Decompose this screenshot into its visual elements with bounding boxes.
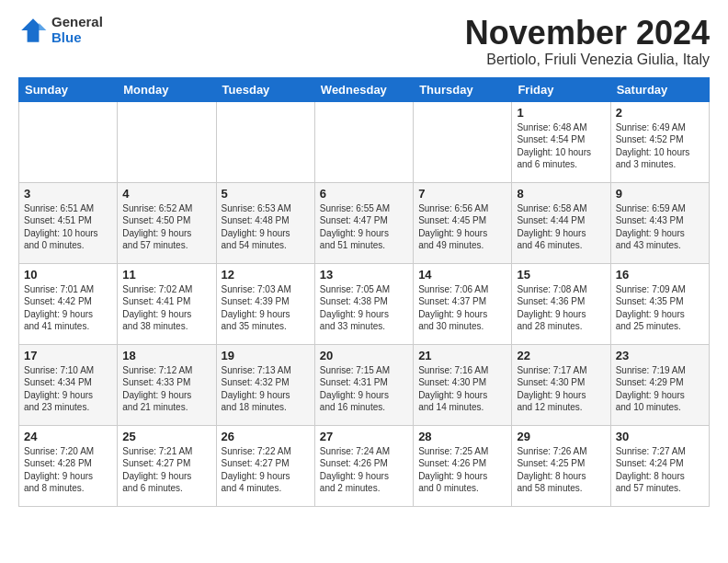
day-info: Sunrise: 6:49 AM Sunset: 4:52 PM Dayligh… <box>616 121 704 171</box>
day-info: Sunrise: 6:59 AM Sunset: 4:43 PM Dayligh… <box>616 202 704 252</box>
day-number: 21 <box>418 349 506 362</box>
day-info: Sunrise: 6:55 AM Sunset: 4:47 PM Dayligh… <box>320 202 408 252</box>
calendar-cell: 30Sunrise: 7:27 AM Sunset: 4:24 PM Dayli… <box>610 425 709 506</box>
day-info: Sunrise: 6:56 AM Sunset: 4:45 PM Dayligh… <box>418 202 506 252</box>
calendar-cell: 16Sunrise: 7:09 AM Sunset: 4:35 PM Dayli… <box>610 263 709 344</box>
day-info: Sunrise: 7:02 AM Sunset: 4:41 PM Dayligh… <box>122 283 210 333</box>
calendar-cell: 5Sunrise: 6:53 AM Sunset: 4:48 PM Daylig… <box>216 182 314 263</box>
day-info: Sunrise: 6:52 AM Sunset: 4:50 PM Dayligh… <box>122 202 210 252</box>
day-info: Sunrise: 7:25 AM Sunset: 4:26 PM Dayligh… <box>418 445 506 495</box>
calendar-cell: 21Sunrise: 7:16 AM Sunset: 4:30 PM Dayli… <box>414 344 512 425</box>
day-info: Sunrise: 7:17 AM Sunset: 4:30 PM Dayligh… <box>517 364 605 414</box>
day-number: 6 <box>320 187 408 201</box>
header-thursday: Thursday <box>414 77 512 101</box>
day-info: Sunrise: 6:53 AM Sunset: 4:48 PM Dayligh… <box>222 202 310 252</box>
week-row-3: 17Sunrise: 7:10 AM Sunset: 4:34 PM Dayli… <box>19 344 710 425</box>
day-number: 19 <box>222 349 310 362</box>
logo: General Blue <box>18 15 103 45</box>
day-info: Sunrise: 7:01 AM Sunset: 4:42 PM Dayligh… <box>24 283 112 333</box>
header-sunday: Sunday <box>19 77 118 101</box>
day-number: 24 <box>24 430 112 443</box>
day-info: Sunrise: 7:08 AM Sunset: 4:36 PM Dayligh… <box>517 283 605 333</box>
header-friday: Friday <box>512 77 610 101</box>
header: General Blue November 2024 Bertiolo, Fri… <box>18 15 710 68</box>
day-info: Sunrise: 7:19 AM Sunset: 4:29 PM Dayligh… <box>616 364 704 414</box>
calendar-cell: 23Sunrise: 7:19 AM Sunset: 4:29 PM Dayli… <box>610 344 709 425</box>
day-info: Sunrise: 7:10 AM Sunset: 4:34 PM Dayligh… <box>24 364 112 414</box>
calendar: SundayMondayTuesdayWednesdayThursdayFrid… <box>18 77 710 507</box>
day-info: Sunrise: 7:06 AM Sunset: 4:37 PM Dayligh… <box>418 283 506 333</box>
day-info: Sunrise: 7:22 AM Sunset: 4:27 PM Dayligh… <box>222 445 310 495</box>
calendar-cell: 15Sunrise: 7:08 AM Sunset: 4:36 PM Dayli… <box>512 263 610 344</box>
calendar-cell: 29Sunrise: 7:26 AM Sunset: 4:25 PM Dayli… <box>512 425 610 506</box>
calendar-cell: 4Sunrise: 6:52 AM Sunset: 4:50 PM Daylig… <box>118 182 216 263</box>
day-info: Sunrise: 7:05 AM Sunset: 4:38 PM Dayligh… <box>320 283 408 333</box>
week-row-2: 10Sunrise: 7:01 AM Sunset: 4:42 PM Dayli… <box>19 263 710 344</box>
day-number: 22 <box>517 349 605 362</box>
title-area: November 2024 Bertiolo, Friuli Venezia G… <box>465 15 710 68</box>
header-monday: Monday <box>118 77 216 101</box>
day-number: 18 <box>122 349 210 362</box>
day-info: Sunrise: 7:03 AM Sunset: 4:39 PM Dayligh… <box>222 283 310 333</box>
day-number: 3 <box>24 187 112 201</box>
calendar-cell: 7Sunrise: 6:56 AM Sunset: 4:45 PM Daylig… <box>414 182 512 263</box>
day-number: 30 <box>616 430 704 443</box>
calendar-cell: 18Sunrise: 7:12 AM Sunset: 4:33 PM Dayli… <box>118 344 216 425</box>
calendar-cell: 24Sunrise: 7:20 AM Sunset: 4:28 PM Dayli… <box>19 425 118 506</box>
calendar-cell: 26Sunrise: 7:22 AM Sunset: 4:27 PM Dayli… <box>216 425 314 506</box>
day-info: Sunrise: 7:20 AM Sunset: 4:28 PM Dayligh… <box>24 445 112 495</box>
day-info: Sunrise: 7:15 AM Sunset: 4:31 PM Dayligh… <box>320 364 408 414</box>
header-tuesday: Tuesday <box>216 77 314 101</box>
calendar-cell: 28Sunrise: 7:25 AM Sunset: 4:26 PM Dayli… <box>414 425 512 506</box>
calendar-cell: 14Sunrise: 7:06 AM Sunset: 4:37 PM Dayli… <box>414 263 512 344</box>
calendar-cell: 2Sunrise: 6:49 AM Sunset: 4:52 PM Daylig… <box>610 101 709 182</box>
calendar-cell: 6Sunrise: 6:55 AM Sunset: 4:47 PM Daylig… <box>314 182 413 263</box>
day-number: 17 <box>24 349 112 362</box>
calendar-cell: 3Sunrise: 6:51 AM Sunset: 4:51 PM Daylig… <box>19 182 118 263</box>
day-number: 12 <box>222 268 310 282</box>
day-number: 8 <box>517 187 605 201</box>
day-number: 16 <box>616 268 704 282</box>
day-number: 23 <box>616 349 704 362</box>
calendar-cell: 13Sunrise: 7:05 AM Sunset: 4:38 PM Dayli… <box>314 263 413 344</box>
page: General Blue November 2024 Bertiolo, Fri… <box>0 0 728 516</box>
calendar-cell: 19Sunrise: 7:13 AM Sunset: 4:32 PM Dayli… <box>216 344 314 425</box>
day-number: 10 <box>24 268 112 282</box>
calendar-cell: 25Sunrise: 7:21 AM Sunset: 4:27 PM Dayli… <box>118 425 216 506</box>
day-info: Sunrise: 7:16 AM Sunset: 4:30 PM Dayligh… <box>418 364 506 414</box>
day-number: 4 <box>122 187 210 201</box>
day-number: 13 <box>320 268 408 282</box>
calendar-header-row: SundayMondayTuesdayWednesdayThursdayFrid… <box>19 77 710 101</box>
day-number: 29 <box>517 430 605 443</box>
day-number: 14 <box>418 268 506 282</box>
day-number: 20 <box>320 349 408 362</box>
calendar-cell <box>414 101 512 182</box>
day-number: 25 <box>122 430 210 443</box>
day-info: Sunrise: 7:21 AM Sunset: 4:27 PM Dayligh… <box>122 445 210 495</box>
calendar-cell: 20Sunrise: 7:15 AM Sunset: 4:31 PM Dayli… <box>314 344 413 425</box>
calendar-cell <box>216 101 314 182</box>
week-row-0: 1Sunrise: 6:48 AM Sunset: 4:54 PM Daylig… <box>19 101 710 182</box>
calendar-cell: 10Sunrise: 7:01 AM Sunset: 4:42 PM Dayli… <box>19 263 118 344</box>
day-number: 5 <box>222 187 310 201</box>
day-info: Sunrise: 7:09 AM Sunset: 4:35 PM Dayligh… <box>616 283 704 333</box>
calendar-cell <box>19 101 118 182</box>
calendar-cell <box>314 101 413 182</box>
svg-marker-1 <box>39 23 46 30</box>
day-info: Sunrise: 7:12 AM Sunset: 4:33 PM Dayligh… <box>122 364 210 414</box>
calendar-cell <box>118 101 216 182</box>
week-row-1: 3Sunrise: 6:51 AM Sunset: 4:51 PM Daylig… <box>19 182 710 263</box>
header-wednesday: Wednesday <box>314 77 413 101</box>
day-info: Sunrise: 7:24 AM Sunset: 4:26 PM Dayligh… <box>320 445 408 495</box>
calendar-cell: 17Sunrise: 7:10 AM Sunset: 4:34 PM Dayli… <box>19 344 118 425</box>
day-number: 2 <box>616 106 704 120</box>
day-info: Sunrise: 7:13 AM Sunset: 4:32 PM Dayligh… <box>222 364 310 414</box>
day-number: 26 <box>222 430 310 443</box>
calendar-cell: 12Sunrise: 7:03 AM Sunset: 4:39 PM Dayli… <box>216 263 314 344</box>
calendar-cell: 9Sunrise: 6:59 AM Sunset: 4:43 PM Daylig… <box>610 182 709 263</box>
logo-general-label: General <box>51 15 103 30</box>
calendar-cell: 11Sunrise: 7:02 AM Sunset: 4:41 PM Dayli… <box>118 263 216 344</box>
logo-text: General Blue <box>51 15 103 45</box>
day-number: 11 <box>122 268 210 282</box>
header-saturday: Saturday <box>610 77 709 101</box>
